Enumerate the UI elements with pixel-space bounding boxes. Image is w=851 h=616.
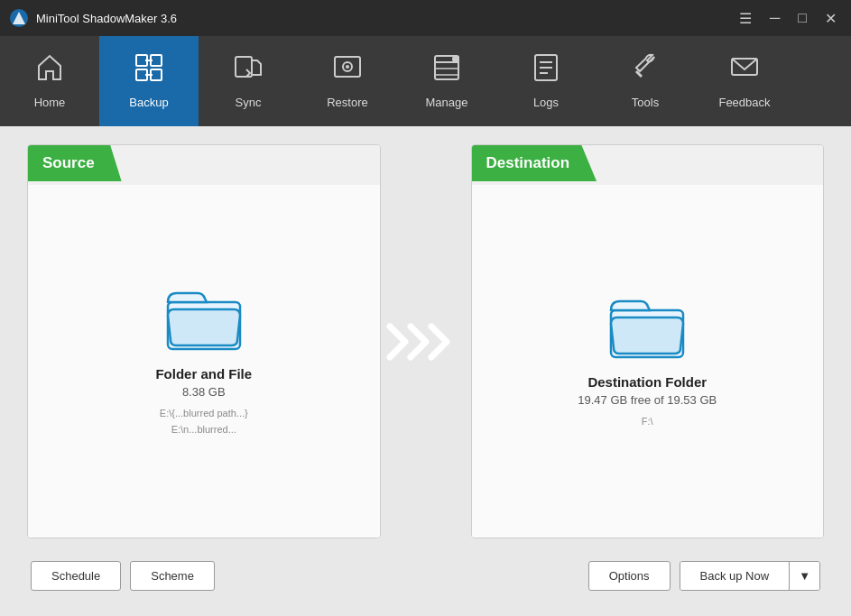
nav-restore[interactable]: Restore (298, 36, 397, 126)
source-detail2: E:\n...blurred... (171, 424, 236, 435)
destination-title: Destination Folder (587, 374, 707, 390)
destination-header-label: Destination (472, 145, 597, 181)
title-bar-left: MiniTool ShadowMaker 3.6 (9, 8, 177, 28)
restore-icon (331, 51, 364, 88)
manage-icon (430, 51, 463, 88)
backup-now-group: Back up Now ▼ (680, 561, 820, 591)
backup-icon (133, 51, 165, 88)
source-panel[interactable]: Source Folder and File 8.38 GB E:\{...bl… (27, 144, 381, 538)
bottom-right: Options Back up Now ▼ (588, 561, 820, 591)
arrows (385, 319, 467, 364)
svg-point-11 (346, 65, 349, 69)
app-logo (9, 8, 29, 28)
source-detail: E:\{...blurred path...} E:\n...blurred..… (160, 406, 248, 437)
nav-tools-label: Tools (632, 96, 659, 109)
arrow-area (381, 319, 471, 364)
destination-folder-icon (606, 292, 688, 360)
tools-icon (629, 51, 661, 88)
nav-tools[interactable]: Tools (596, 36, 695, 126)
menu-button[interactable]: ☰ (734, 8, 757, 29)
svg-point-16 (452, 55, 459, 62)
scheme-button[interactable]: Scheme (130, 561, 215, 591)
source-panel-body[interactable]: Folder and File 8.38 GB E:\{...blurred p… (28, 185, 380, 538)
source-detail1: E:\{...blurred path...} (160, 408, 248, 418)
svg-line-21 (636, 71, 642, 77)
nav-home[interactable]: Home (0, 36, 99, 126)
source-folder-icon (163, 284, 245, 352)
maximize-button[interactable]: □ (792, 8, 812, 28)
options-button[interactable]: Options (588, 561, 671, 591)
feedback-icon (728, 51, 761, 88)
source-size: 8.38 GB (182, 385, 226, 399)
app-title: MiniTool ShadowMaker 3.6 (36, 12, 177, 25)
sync-icon (232, 51, 264, 88)
nav-sync[interactable]: Sync (199, 36, 298, 126)
destination-header-wrap: Destination (472, 145, 824, 185)
nav-manage[interactable]: Manage (397, 36, 496, 126)
title-bar: MiniTool ShadowMaker 3.6 ☰ ─ □ ✕ (0, 0, 851, 36)
logs-icon (530, 51, 562, 88)
source-title: Folder and File (155, 366, 252, 382)
schedule-button[interactable]: Schedule (31, 561, 121, 591)
nav-manage-label: Manage (426, 96, 468, 109)
destination-path: F:\ (642, 414, 653, 430)
nav-logs-label: Logs (533, 96, 559, 109)
backup-now-dropdown[interactable]: ▼ (790, 562, 819, 590)
source-header-wrap: Source (28, 145, 380, 185)
home-icon (33, 51, 66, 88)
nav-bar: Home Backup Sync (0, 36, 851, 126)
nav-restore-label: Restore (327, 96, 368, 109)
nav-sync-label: Sync (236, 96, 262, 109)
nav-logs[interactable]: Logs (496, 36, 596, 126)
close-button[interactable]: ✕ (819, 8, 842, 29)
panels-row: Source Folder and File 8.38 GB E:\{...bl… (27, 144, 824, 538)
destination-free-space: 19.47 GB free of 19.53 GB (578, 393, 717, 407)
main-content: Source Folder and File 8.38 GB E:\{...bl… (0, 126, 851, 616)
backup-now-button[interactable]: Back up Now (680, 562, 791, 590)
minimize-button[interactable]: ─ (764, 8, 785, 28)
source-header-label: Source (28, 145, 122, 181)
nav-backup[interactable]: Backup (99, 36, 199, 126)
bottom-bar: Schedule Scheme Options Back up Now ▼ (27, 553, 824, 598)
forward-arrows-icon (385, 319, 467, 364)
title-bar-controls: ☰ ─ □ ✕ (734, 8, 842, 29)
nav-home-label: Home (34, 96, 66, 109)
bottom-left: Schedule Scheme (31, 561, 215, 591)
nav-feedback[interactable]: Feedback (695, 36, 794, 126)
destination-panel[interactable]: Destination Destination Folder 19.47 GB … (471, 144, 825, 538)
destination-panel-body[interactable]: Destination Folder 19.47 GB free of 19.5… (472, 185, 824, 538)
nav-backup-label: Backup (129, 96, 168, 109)
nav-feedback-label: Feedback (718, 96, 770, 109)
